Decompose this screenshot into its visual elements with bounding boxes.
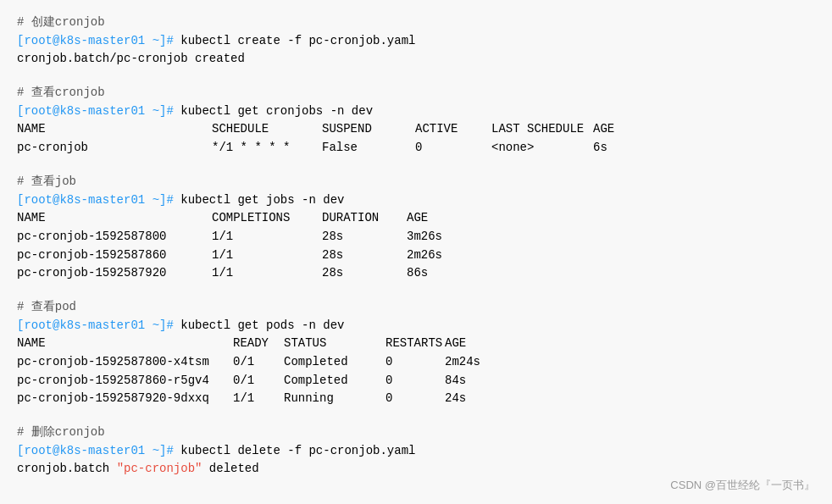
cronjob-active-1: 0 <box>415 139 491 158</box>
prompt-get-cronjobs: [root@k8s-master01 ~]# <box>17 104 180 118</box>
terminal: # 创建cronjob [root@k8s-master01 ~]# kubec… <box>0 0 832 504</box>
cronjob-age-1: 6s <box>593 139 607 158</box>
prompt-get-jobs: [root@k8s-master01 ~]# <box>17 193 180 207</box>
col-active-header: ACTIVE <box>415 120 491 139</box>
command-delete: kubectl delete -f pc-cronjob.yaml <box>180 444 415 457</box>
pod-status-1: Completed <box>284 353 385 372</box>
comment-delete: # 删除cronjob <box>17 424 815 442</box>
pods-header: NAMEREADYSTATUSRESTARTSAGE <box>17 335 815 353</box>
command-line-get-cronjobs: [root@k8s-master01 ~]# kubectl get cronj… <box>17 102 815 121</box>
prompt-create: [root@k8s-master01 ~]# <box>17 34 180 47</box>
watermark: CSDN @百世经纶『一页书』 <box>670 477 815 494</box>
pod-ready-2: 0/1 <box>233 372 284 390</box>
command-get-cronjobs: kubectl get cronjobs -n dev <box>180 104 373 118</box>
job-row-2: pc-cronjob-15925878601/128s2m26s <box>17 246 815 265</box>
pod-row-1: pc-cronjob-1592587800-x4tsm0/1Completed0… <box>17 353 815 372</box>
job-name-1: pc-cronjob-1592587800 <box>17 228 212 246</box>
section-get-jobs: # 查看job [root@k8s-master01 ~]# kubectl g… <box>17 173 815 283</box>
pods-col-age-header: AGE <box>445 336 466 350</box>
jobs-col-name-header: NAME <box>17 209 212 228</box>
jobs-col-completions-header: COMPLETIONS <box>212 209 322 228</box>
job-duration-1: 28s <box>322 228 407 246</box>
col-schedule-header: SCHEDULE <box>212 120 322 139</box>
prompt-delete: [root@k8s-master01 ~]# <box>17 444 180 457</box>
jobs-col-age-header: AGE <box>407 211 428 224</box>
cronjob-row-1: pc-cronjob*/1 * * * *False0<none>6s <box>17 139 815 158</box>
section-create-cronjob: # 创建cronjob [root@k8s-master01 ~]# kubec… <box>17 14 815 69</box>
pod-ready-3: 1/1 <box>233 390 284 408</box>
pod-age-3: 24s <box>445 391 466 405</box>
job-completions-1: 1/1 <box>212 228 322 246</box>
col-suspend-header: SUSPEND <box>322 120 415 139</box>
pod-restarts-3: 0 <box>385 390 445 408</box>
col-last-schedule-header: LAST SCHEDULE <box>491 120 593 139</box>
cronjob-suspend-1: False <box>322 139 415 158</box>
output-delete: cronjob.batch "pc-cronjob" deleted <box>17 460 815 479</box>
job-age-1: 3m26s <box>407 230 442 243</box>
job-duration-3: 28s <box>322 264 407 283</box>
cronjob-last-schedule-1: <none> <box>491 139 593 158</box>
output-delete-before: cronjob.batch <box>17 462 117 475</box>
command-line-get-jobs: [root@k8s-master01 ~]# kubectl get jobs … <box>17 191 815 210</box>
job-completions-2: 1/1 <box>212 246 322 265</box>
job-age-3: 86s <box>407 266 428 280</box>
section-get-pods: # 查看pod [root@k8s-master01 ~]# kubectl g… <box>17 298 815 408</box>
comment-get-cronjobs: # 查看cronjob <box>17 84 815 102</box>
cronjobs-header: NAMESCHEDULESUSPENDACTIVELAST SCHEDULEAG… <box>17 120 815 139</box>
job-name-2: pc-cronjob-1592587860 <box>17 246 212 265</box>
job-row-1: pc-cronjob-15925878001/128s3m26s <box>17 228 815 246</box>
pods-col-name-header: NAME <box>17 335 233 353</box>
command-line-create: [root@k8s-master01 ~]# kubectl create -f… <box>17 32 815 51</box>
pod-name-2: pc-cronjob-1592587860-r5gv4 <box>17 372 233 390</box>
pods-col-ready-header: READY <box>233 335 284 353</box>
jobs-col-duration-header: DURATION <box>322 209 407 228</box>
section-delete-cronjob: # 删除cronjob [root@k8s-master01 ~]# kubec… <box>17 424 815 479</box>
command-line-get-pods: [root@k8s-master01 ~]# kubectl get pods … <box>17 317 815 335</box>
col-name-header: NAME <box>17 120 212 139</box>
command-line-delete: [root@k8s-master01 ~]# kubectl delete -f… <box>17 442 815 461</box>
prompt-get-pods: [root@k8s-master01 ~]# <box>17 318 180 332</box>
col-age-header: AGE <box>593 120 614 139</box>
comment-get-pods: # 查看pod <box>17 298 815 317</box>
pod-status-2: Completed <box>284 372 385 390</box>
output-delete-after: deleted <box>202 462 258 475</box>
output-create: cronjob.batch/pc-cronjob created <box>17 50 815 69</box>
job-completions-3: 1/1 <box>212 264 322 283</box>
job-row-3: pc-cronjob-15925879201/128s86s <box>17 264 815 283</box>
command-create: kubectl create -f pc-cronjob.yaml <box>180 34 415 47</box>
pods-col-restarts-header: RESTARTS <box>385 335 445 353</box>
pod-name-3: pc-cronjob-1592587920-9dxxq <box>17 390 233 408</box>
cronjob-name-1: pc-cronjob <box>17 139 212 158</box>
jobs-header: NAMECOMPLETIONSDURATIONAGE <box>17 209 815 228</box>
pod-restarts-1: 0 <box>385 353 445 372</box>
command-get-pods: kubectl get pods -n dev <box>180 318 344 332</box>
comment-get-jobs: # 查看job <box>17 173 815 191</box>
pod-age-1: 2m24s <box>445 355 480 368</box>
job-name-3: pc-cronjob-1592587920 <box>17 264 212 283</box>
pod-row-3: pc-cronjob-1592587920-9dxxq1/1Running024… <box>17 390 815 408</box>
section-get-cronjobs: # 查看cronjob [root@k8s-master01 ~]# kubec… <box>17 84 815 158</box>
pod-ready-1: 0/1 <box>233 353 284 372</box>
cronjob-schedule-1: */1 * * * * <box>212 139 322 158</box>
pod-age-2: 84s <box>445 374 466 387</box>
job-duration-2: 28s <box>322 246 407 265</box>
pod-row-2: pc-cronjob-1592587860-r5gv40/1Completed0… <box>17 372 815 390</box>
command-get-jobs: kubectl get jobs -n dev <box>180 193 344 207</box>
output-delete-string: "pc-cronjob" <box>117 462 202 475</box>
comment-create: # 创建cronjob <box>17 14 815 32</box>
pod-restarts-2: 0 <box>385 372 445 390</box>
pods-col-status-header: STATUS <box>284 335 385 353</box>
job-age-2: 2m26s <box>407 248 442 262</box>
pod-name-1: pc-cronjob-1592587800-x4tsm <box>17 353 233 372</box>
pod-status-3: Running <box>284 390 385 408</box>
